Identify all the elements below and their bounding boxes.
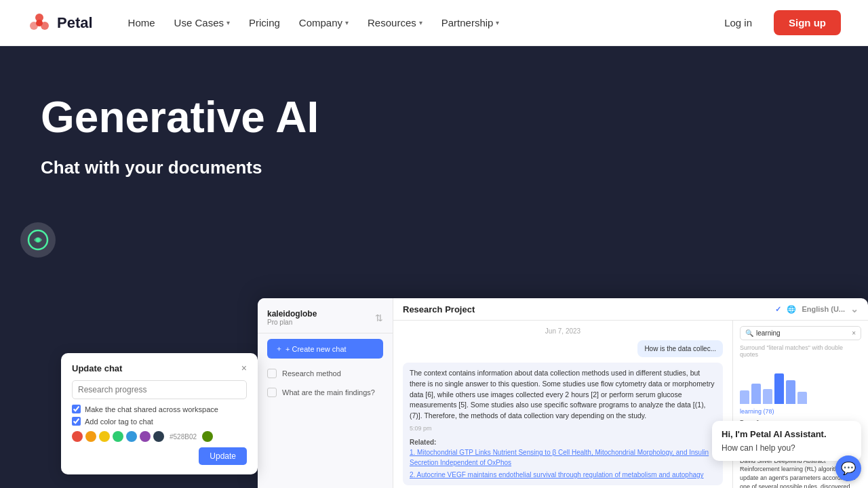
ai-greeting: Hi, I'm Petal AI Assistant. — [722, 429, 852, 439]
color-purple[interactable] — [140, 431, 151, 442]
chat-bubble-text: The context contains information about d… — [410, 369, 714, 420]
logo-text: Petal — [57, 14, 93, 32]
chart-bar — [774, 373, 784, 404]
chevron-down-icon: ▾ — [345, 19, 349, 26]
list-item[interactable]: Research method — [258, 364, 393, 383]
color-green-dark[interactable] — [202, 431, 213, 442]
related-link-2[interactable]: 2. Autocrine VEGF maintains endothelial … — [410, 470, 716, 480]
floating-icon-circle — [20, 222, 56, 258]
related-link-1[interactable]: 1. Mitochondrial GTP Links Nutrient Sens… — [410, 449, 709, 466]
sidebar-item-list: Research method What are the main findin… — [258, 364, 393, 402]
chevron-down-icon: ▾ — [419, 19, 422, 26]
language-label: English (U... — [802, 305, 845, 313]
app-main-header: Research Project ✓ 🌐 English (U... ⌄ — [393, 298, 868, 321]
app-preview: Update chat × Make the chat shared acros… — [149, 291, 868, 488]
nav-resources[interactable]: Resources ▾ — [359, 12, 431, 34]
chat-time: 5:09 pm — [410, 424, 716, 434]
checkbox-icon — [267, 388, 277, 397]
search-box: 🔍 × — [740, 326, 861, 340]
color-blue[interactable] — [126, 431, 137, 442]
login-button[interactable]: Log in — [711, 12, 766, 34]
sidebar-expand-icon[interactable]: ⇅ — [375, 312, 383, 323]
color-hash-text: #528B02 — [170, 433, 197, 441]
header-actions: ✓ 🌐 English (U... ⌄ — [775, 304, 859, 314]
color-picker-row: #528B02 — [72, 431, 247, 442]
chat-area: Jun 7, 2023 How is the data collec... Th… — [393, 321, 732, 488]
color-tag-label: Add color tag to chat — [85, 418, 153, 426]
color-yellow[interactable] — [99, 431, 110, 442]
app-main-body: Jun 7, 2023 How is the data collec... Th… — [393, 321, 868, 488]
svg-point-5 — [36, 238, 40, 242]
chart-bar — [797, 392, 807, 404]
svg-point-3 — [36, 20, 43, 26]
checkbox-color: Add color tag to chat — [72, 417, 247, 426]
update-button[interactable]: Update — [199, 447, 247, 465]
nav-pricing[interactable]: Pricing — [241, 12, 288, 34]
color-green-light[interactable] — [113, 431, 123, 442]
signup-button[interactable]: Sign up — [774, 10, 841, 35]
chat-bubble: The context contains information about d… — [403, 363, 723, 485]
nav-actions: Log in Sign up — [711, 10, 841, 35]
hero-section: Generative AI Chat with your documents U… — [0, 46, 868, 488]
sidebar-plan: Pro plan — [267, 319, 317, 326]
color-orange[interactable] — [85, 431, 96, 442]
create-chat-button[interactable]: ＋ + Create new chat — [267, 339, 383, 359]
nav-partnership[interactable]: Partnership ▾ — [433, 12, 508, 34]
chart-label: learning (78) — [740, 408, 861, 415]
nav-home[interactable]: Home — [120, 12, 163, 34]
search-hint: Surround "literal matches" with double q… — [740, 344, 861, 358]
chat-query: How is the data collec... — [637, 340, 723, 357]
card-title: Update chat — [72, 363, 122, 373]
chat-date: Jun 7, 2023 — [403, 327, 723, 335]
color-dark-blue[interactable] — [153, 431, 164, 442]
logo-link[interactable]: Petal — [27, 11, 93, 35]
navbar: Petal Home Use Cases ▾ Pricing Company ▾… — [0, 0, 868, 46]
ai-question: How can I help you? — [722, 443, 852, 453]
ai-chat-icon[interactable]: 💬 — [835, 455, 861, 481]
chart-bar — [763, 389, 772, 404]
nav-links: Home Use Cases ▾ Pricing Company ▾ Resou… — [120, 12, 711, 34]
plus-icon: ＋ — [275, 344, 283, 354]
sidebar-brand: kaleidoglobe Pro plan ⇅ — [258, 305, 393, 333]
check-icon: ✓ — [775, 305, 781, 314]
app-sidebar: kaleidoglobe Pro plan ⇅ ＋ + Create new c… — [258, 298, 393, 488]
chevron-down-icon: ▾ — [226, 19, 230, 26]
chat-related: Related: 1. Mitochondrial GTP Links Nutr… — [410, 437, 716, 480]
shared-workspace-label: Make the chat shared across workspace — [85, 405, 218, 413]
shared-workspace-checkbox[interactable] — [72, 405, 81, 413]
app-window: kaleidoglobe Pro plan ⇅ ＋ + Create new c… — [258, 298, 868, 488]
chart-area — [740, 363, 861, 404]
close-icon[interactable]: × — [241, 363, 247, 373]
nav-company[interactable]: Company ▾ — [291, 12, 357, 34]
logo-icon — [27, 11, 52, 35]
list-item[interactable]: What are the main findings? — [258, 383, 393, 402]
globe-icon: 🌐 — [787, 305, 796, 314]
card-header: Update chat × — [72, 363, 247, 373]
project-title: Research Project — [403, 304, 475, 314]
chat-name-input[interactable] — [72, 380, 247, 399]
chart-bar — [740, 390, 749, 404]
chart-bar — [786, 380, 795, 404]
chart-bar — [751, 384, 761, 404]
checkbox-icon — [267, 369, 277, 378]
ai-assistant-card: Hi, I'm Petal AI Assistant. How can I he… — [712, 421, 861, 461]
nav-use-cases[interactable]: Use Cases ▾ — [166, 12, 238, 34]
color-red[interactable] — [72, 431, 83, 442]
checkbox-shared: Make the chat shared across workspace — [72, 405, 247, 413]
clear-search-icon[interactable]: × — [852, 329, 856, 337]
color-tag-checkbox[interactable] — [72, 417, 81, 426]
expand-icon[interactable]: ⌄ — [850, 304, 859, 314]
sidebar-brand-name: kaleidoglobe — [267, 309, 317, 319]
search-icon: 🔍 — [745, 329, 753, 337]
update-chat-card: Update chat × Make the chat shared acros… — [61, 353, 258, 474]
search-input[interactable] — [756, 329, 849, 337]
hero-subtitle: Chat with your documents — [41, 157, 827, 178]
chevron-down-icon: ▾ — [496, 19, 499, 26]
hero-title: Generative AI — [41, 94, 827, 141]
